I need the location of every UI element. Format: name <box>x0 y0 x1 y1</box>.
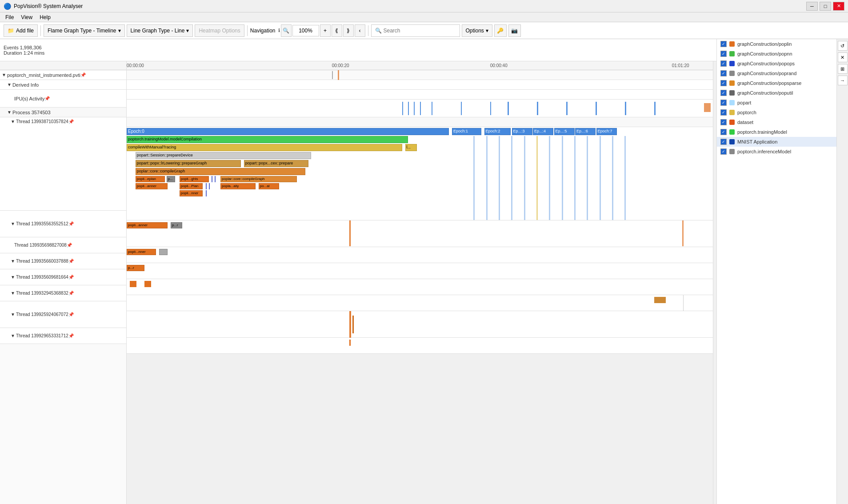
popli-nner-block[interactable]: popli...nner <box>180 190 203 196</box>
cex-prepare-block[interactable]: popart::popx...cex::prepare <box>244 160 308 167</box>
thread-6-tree-item[interactable]: ▼ Thread 139932945368832 📌 <box>0 285 76 301</box>
flame-graph-dropdown[interactable]: Flame Graph Type - Timeline ▾ <box>44 24 125 37</box>
popli-ghts-block[interactable]: popli...ghts <box>180 176 209 182</box>
maximize-button[interactable]: □ <box>820 2 831 11</box>
thread-5-tree-item[interactable]: ▼ Thread 139935609681664 📌 <box>0 269 76 285</box>
popli-anner-t2-block[interactable]: popli...anner <box>127 222 168 228</box>
pin-icon-thread-5[interactable]: 📌 <box>68 275 74 280</box>
toggle-process[interactable]: ▼ <box>7 110 12 115</box>
legend-checkbox-9[interactable] <box>720 129 727 135</box>
legend-checkbox-7[interactable] <box>720 109 727 116</box>
legend-checkbox-5[interactable] <box>720 90 727 96</box>
po-al-block[interactable]: po...al <box>259 183 279 189</box>
p-block[interactable]: p... <box>167 176 176 182</box>
file-tree-item[interactable]: ▼ poptorch_mnist_instrumented.pvti 📌 <box>0 70 88 80</box>
legend-checkbox-2[interactable] <box>720 60 727 67</box>
legend-checkbox-0[interactable] <box>720 41 727 47</box>
pin-icon-thread-2[interactable]: 📌 <box>68 221 74 226</box>
legend-item-poptorch.inferenceModel[interactable]: poptorch.inferenceModel <box>717 147 836 156</box>
nav-forward-button[interactable]: ⟫ <box>343 24 354 37</box>
pin-icon-thread-6[interactable]: 📌 <box>68 291 74 296</box>
popli-plan-block[interactable]: popli...Plan <box>180 183 203 189</box>
thread-1-tree-item[interactable]: ▼ Thread 139938710357824 📌 <box>0 117 76 210</box>
legend-checkbox-10[interactable] <box>720 139 727 145</box>
ipu-tree-item[interactable]: IPU(s) Activity 📌 <box>0 90 52 107</box>
legend-checkbox-6[interactable] <box>720 100 727 106</box>
toggle-derived[interactable]: ▼ <box>7 82 12 87</box>
key-icon-button[interactable]: 🔑 <box>494 24 507 37</box>
toggle-thread-1[interactable]: ▼ <box>11 119 15 124</box>
pin-icon-thread-3[interactable]: 📌 <box>67 243 72 248</box>
pin-icon-file[interactable]: 📌 <box>80 72 86 77</box>
legend-checkbox-8[interactable] <box>720 119 727 125</box>
line-graph-dropdown[interactable]: Line Graph Type - Line ▾ <box>127 24 193 37</box>
pin-icon-thread-7[interactable]: 📌 <box>68 312 74 317</box>
legend-item-popart[interactable]: popart <box>717 98 836 108</box>
options-dropdown[interactable]: Options ▾ <box>462 24 492 37</box>
legend-item-graphConstruction-popsparse[interactable]: graphConstruction/popsparse <box>717 78 836 88</box>
toggle-thread-5[interactable]: ▼ <box>11 275 15 280</box>
pin-icon-ipu[interactable]: 📌 <box>44 96 50 101</box>
epoch-7-block[interactable]: Epoch:7 <box>596 128 617 135</box>
legend-item-graphConstruction-popops[interactable]: graphConstruction/popops <box>717 59 836 68</box>
toggle-thread-6[interactable]: ▼ <box>11 291 15 296</box>
toggle-thread-2[interactable]: ▼ <box>11 221 15 226</box>
legend-item-graphConstruction-poputil[interactable]: graphConstruction/poputil <box>717 88 836 98</box>
menu-view[interactable]: View <box>17 13 36 21</box>
zoom-out-button[interactable]: 🔍 <box>281 24 292 37</box>
legend-checkbox-1[interactable] <box>720 51 727 57</box>
legend-item-MNIST-Application[interactable]: MNIST Application <box>717 137 836 147</box>
epoch-6-block[interactable]: Ep...:6 <box>575 128 596 135</box>
toggle-thread-7[interactable]: ▼ <box>11 312 15 317</box>
epoch-2-block[interactable]: Epoch:2 <box>484 128 511 135</box>
lr-lowering-block[interactable]: popart::popx::lrLowering::prepareGraph <box>136 160 241 167</box>
side-close-button[interactable]: ✕ <box>838 52 848 62</box>
compile-manual-block[interactable]: compileWithManualTracing <box>127 144 402 151</box>
add-file-button[interactable]: 📁 Add file <box>4 24 38 37</box>
nav-back-back-button[interactable]: ⟪ <box>332 24 342 37</box>
camera-icon-button[interactable]: 📷 <box>508 24 521 37</box>
epoch-1-block[interactable]: Epoch:1 <box>452 128 481 135</box>
legend-item-poptorch.trainingModel[interactable]: poptorch.trainingModel <box>717 127 836 137</box>
toggle-thread-4[interactable]: ▼ <box>11 259 15 264</box>
toggle-thread-8[interactable]: ▼ <box>11 333 15 338</box>
epoch-3-block[interactable]: Ep...:3 <box>512 128 532 135</box>
model-compilation-block[interactable]: poptorch.trainingModel.modelCompilation <box>127 136 408 143</box>
popli-nner-t3-block[interactable]: popli...nner <box>127 249 156 255</box>
thread-4-tree-item[interactable]: ▼ Thread 139935660037888 📌 <box>0 253 76 269</box>
derived-info-tree-item[interactable]: ▼ Derived Info <box>0 80 40 89</box>
close-button[interactable]: ✕ <box>833 2 844 11</box>
legend-item-dataset[interactable]: dataset <box>717 117 836 127</box>
epoch-4-block[interactable]: Ep...:4 <box>533 128 553 135</box>
search-input[interactable] <box>384 28 456 34</box>
popli-anner-block[interactable]: popli...anner <box>136 183 168 189</box>
thread-2-tree-item[interactable]: ▼ Thread 139935563552512 📌 <box>0 211 76 237</box>
thread-7-tree-item[interactable]: ▼ Thread 139925924067072 📌 <box>0 301 76 328</box>
pin-icon-thread-8[interactable]: 📌 <box>68 333 74 338</box>
thread-8-tree-item[interactable]: ▼ Thread 139929653331712 📌 <box>0 328 76 344</box>
poplar-compile-block[interactable]: poplar::core::compileGraph <box>136 168 306 175</box>
legend-item-graphConstruction-poprand[interactable]: graphConstruction/poprand <box>717 68 836 78</box>
prepare-device-block[interactable]: popart::Session::prepareDevice <box>136 152 312 159</box>
heatmap-options-button[interactable]: Heatmap Options <box>195 24 244 37</box>
pin-icon-thread-1[interactable]: 📌 <box>68 119 74 124</box>
process-tree-item[interactable]: ▼ Process 3574503 <box>0 108 52 117</box>
pin-icon-thread-4[interactable]: 📌 <box>68 259 74 264</box>
zoom-input[interactable] <box>292 25 319 36</box>
legend-item-graphConstruction-popnn[interactable]: graphConstruction/popnn <box>717 49 836 59</box>
thread-3-tree-item[interactable]: Thread 139935698827008 📌 <box>0 237 74 253</box>
poplar-compile-2-block[interactable]: poplar::core::compileGraph <box>220 176 296 182</box>
menu-help[interactable]: Help <box>36 13 54 21</box>
compile-l-block[interactable]: l... <box>405 144 417 151</box>
legend-item-graphConstruction-poplin[interactable]: graphConstruction/poplin <box>717 39 836 49</box>
zoom-in-button[interactable]: + <box>320 24 331 37</box>
nav-left-button[interactable]: ‹ <box>355 24 365 37</box>
epoch-5-block[interactable]: Ep...:5 <box>554 128 575 135</box>
epoch-0-block[interactable]: Epoch:0 <box>127 128 449 135</box>
side-rotate-button[interactable]: ↺ <box>838 41 848 51</box>
p-r-t4-block[interactable]: p...r <box>127 265 144 271</box>
popla-ally-block[interactable]: popla...ally <box>220 183 256 189</box>
side-arrow-button[interactable]: → <box>838 76 848 85</box>
legend-checkbox-11[interactable] <box>720 148 727 155</box>
toggle-file[interactable]: ▼ <box>2 72 6 77</box>
